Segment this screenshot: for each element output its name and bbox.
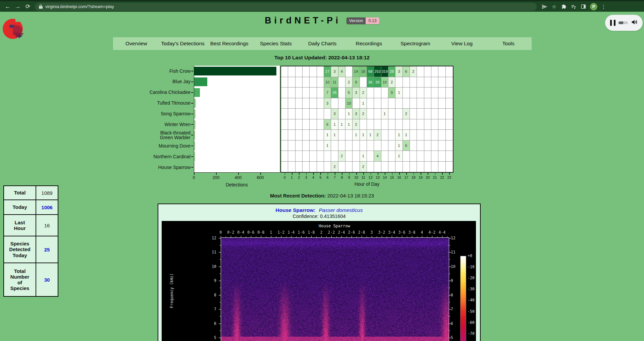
spec-xtick-label: 3·6	[398, 230, 406, 235]
hour-tick-label: 8	[341, 175, 343, 179]
stats-row: Total Number of Species30	[4, 263, 58, 296]
spec-xtick-minor	[306, 236, 307, 237]
heatmap-cell: 7	[324, 88, 331, 98]
hour-tick	[442, 173, 443, 175]
heatmap-xaxis-title: Hour of Day	[355, 181, 380, 187]
spec-ytick-minor	[449, 274, 450, 274]
heatmap-cell	[388, 162, 395, 172]
spec-xtick-label: 0·2	[227, 230, 234, 235]
side-panel-icon[interactable]	[580, 4, 586, 10]
hour-tick-label: 23	[447, 175, 451, 179]
heatmap-cell: 3	[353, 88, 360, 98]
heatmap-cell: 27	[324, 66, 331, 77]
volume-icon[interactable]	[631, 19, 638, 26]
heatmap-cell	[331, 140, 338, 151]
spec-ytick	[449, 238, 451, 238]
stats-row: Last Hour16	[4, 215, 58, 236]
heatmap-cell	[303, 130, 310, 140]
heatmap-cell: 1	[367, 130, 374, 140]
spec-ytick	[449, 324, 451, 324]
species-scientific-name[interactable]: Passer domesticus	[319, 207, 363, 213]
nav-item-spectrogram[interactable]: Spectrogram	[392, 41, 439, 47]
heatmap-cell	[417, 77, 424, 88]
hour-tick-label: 7	[334, 175, 336, 179]
send-icon[interactable]	[541, 4, 547, 10]
forward-icon[interactable]: →	[13, 2, 23, 11]
spec-xtick-minor	[246, 236, 246, 237]
hour-tick	[449, 173, 450, 175]
heatmap-cell	[281, 151, 288, 162]
bookmark-star-icon[interactable]: ☆	[551, 4, 557, 10]
heatmap-cell	[281, 140, 288, 151]
nav-bar: OverviewToday's DetectionsBest Recording…	[113, 37, 532, 50]
bar-category-label: Northern Cardinal	[148, 151, 191, 162]
heatmap-cell	[338, 98, 345, 109]
browser-menu-icon[interactable]: ⋮	[601, 4, 606, 10]
hour-tick-label: 15	[390, 175, 394, 179]
audio-player[interactable]	[605, 15, 643, 31]
nav-item-tools[interactable]: Tools	[485, 41, 532, 47]
spec-xtick	[281, 236, 281, 237]
bar	[194, 99, 196, 108]
heatmap-cell	[395, 98, 402, 109]
heatmap-cell	[296, 77, 303, 88]
url-text[interactable]: virginia.birdnetpi.com/?stream=play	[45, 4, 114, 9]
nav-item-daily-charts[interactable]: Daily Charts	[299, 41, 346, 47]
spec-ytick	[219, 295, 221, 295]
stats-value[interactable]: 30	[36, 263, 58, 296]
heatmap-cell	[317, 151, 324, 162]
heatmap-cell	[338, 88, 345, 98]
spec-ytick-minor	[449, 302, 450, 302]
heatmap-cell: 2	[360, 109, 367, 119]
nav-item-species-stats[interactable]: Species Stats	[253, 41, 299, 47]
spec-ytick-label: 12	[451, 236, 460, 240]
heatmap-cell	[431, 88, 438, 98]
stats-value[interactable]: 1006	[36, 200, 58, 215]
most-recent-value: 2022-04-13 18:15:23	[327, 193, 374, 198]
url-bar[interactable]: virginia.birdnetpi.com/?stream=play	[35, 3, 537, 11]
heatmap-cell	[417, 151, 424, 162]
reload-icon[interactable]: ⟳	[23, 2, 33, 11]
stats-label: Today	[4, 200, 36, 215]
media-controls-icon[interactable]	[571, 4, 577, 10]
heatmap-cell	[345, 66, 353, 77]
nav-item-best-recordings[interactable]: Best Recordings	[206, 41, 253, 47]
bar-category-label: Black-throated Green Warbler	[148, 130, 191, 140]
heatmap-cell	[367, 98, 374, 109]
stats-value[interactable]: 25	[36, 236, 58, 263]
extensions-icon[interactable]	[561, 4, 567, 10]
bar	[194, 152, 195, 161]
detection-species[interactable]: House Sparrow:Passer domesticus	[158, 207, 480, 213]
back-icon[interactable]: ←	[3, 2, 13, 11]
nav-item-overview[interactable]: Overview	[113, 41, 160, 47]
hour-tick	[356, 173, 357, 175]
bar	[194, 88, 200, 97]
heatmap-cell: 319	[381, 66, 388, 77]
pause-icon[interactable]	[610, 20, 615, 26]
spec-ytick-label: 5	[451, 335, 460, 340]
heatmap-cell	[388, 140, 395, 151]
spec-xtick-label: 0·4	[237, 230, 245, 235]
profile-avatar[interactable]: P	[590, 3, 597, 10]
bar-axis-tick	[191, 92, 193, 93]
heatmap-cell	[438, 119, 445, 130]
heatmap-cell	[281, 109, 288, 119]
nav-item-view-log[interactable]: View Log	[439, 41, 485, 47]
bar-xtick-label: 400	[235, 175, 242, 180]
seek-slider[interactable]	[619, 21, 628, 24]
bar-axis-tick	[191, 135, 193, 135]
heatmap-cell	[417, 109, 424, 119]
heatmap-cell	[417, 130, 424, 140]
bar-category-label: Carolina Chickadee	[148, 87, 191, 98]
hour-tick-label: 0	[284, 175, 286, 179]
hour-tick-label: 19	[419, 175, 423, 179]
spec-xtick-minor	[407, 236, 407, 237]
heatmap-cell	[360, 119, 367, 130]
nav-item-today-s-detections[interactable]: Today's Detections	[160, 41, 206, 47]
nav-item-recordings[interactable]: Recordings	[345, 41, 392, 47]
heatmap-cell	[424, 109, 431, 119]
hour-tick-label: 21	[433, 175, 437, 179]
spectrogram-left-axis	[221, 237, 221, 341]
spec-xtick	[402, 236, 402, 237]
species-common-name[interactable]: House Sparrow:	[276, 207, 316, 213]
